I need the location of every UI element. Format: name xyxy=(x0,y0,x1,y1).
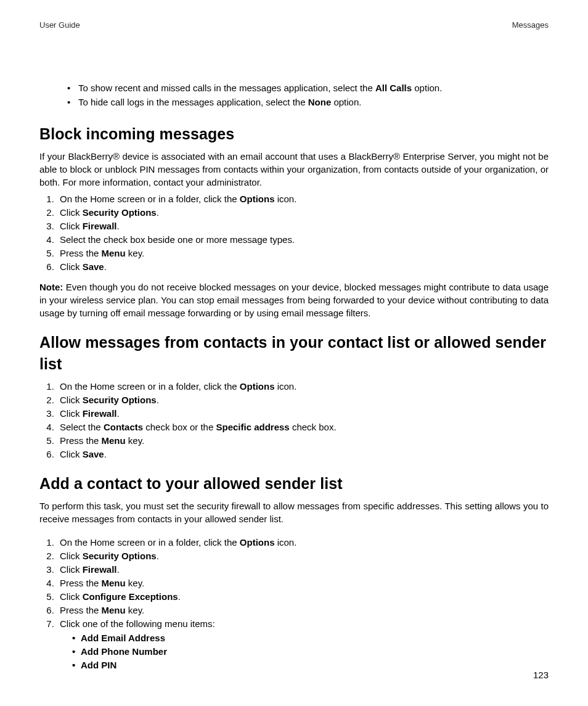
text: Click xyxy=(60,207,83,218)
bold-text: All Calls xyxy=(375,83,412,93)
page-number: 123 xyxy=(533,668,549,681)
header-left: User Guide xyxy=(39,20,80,31)
heading-allow-messages: Allow messages from contacts in your con… xyxy=(39,332,549,375)
text: Click xyxy=(60,221,83,231)
bold-text: Security Options xyxy=(83,207,157,218)
step-item: On the Home screen or in a folder, click… xyxy=(57,380,549,393)
text: Click xyxy=(60,395,83,405)
text: Click one of the following menu items: xyxy=(60,618,215,629)
text: . xyxy=(117,221,120,231)
heading-block-incoming: Block incoming messages xyxy=(39,123,549,145)
step-item: Press the Menu key. xyxy=(57,604,549,617)
running-header: User Guide Messages xyxy=(39,20,549,80)
text: On the Home screen or in a folder, click… xyxy=(60,194,240,204)
text: option. xyxy=(331,97,361,107)
text: Select the check box beside one or more … xyxy=(60,234,295,245)
bold-text: Save xyxy=(83,261,104,272)
bold-text: Menu xyxy=(102,605,126,615)
bold-text: Firewall xyxy=(83,408,117,419)
intro-bullet: To hide call logs in the messages applic… xyxy=(67,96,549,109)
bold-text: Firewall xyxy=(83,564,117,575)
bold-text: Options xyxy=(240,194,275,204)
text: Press the xyxy=(60,578,102,588)
text: On the Home screen or in a folder, click… xyxy=(60,537,240,548)
text: Click xyxy=(60,591,83,602)
sub-bullet: Add PIN xyxy=(72,659,549,671)
text: . xyxy=(104,261,107,272)
step-item: Click Firewall. xyxy=(57,407,549,420)
paragraph: To perform this task, you must set the s… xyxy=(39,499,549,525)
step-item: On the Home screen or in a folder, click… xyxy=(57,192,549,205)
text: option. xyxy=(412,83,442,93)
steps-block: On the Home screen or in a folder, click… xyxy=(39,192,549,273)
text: Press the xyxy=(60,248,102,258)
text: Click xyxy=(60,449,83,459)
text: icon. xyxy=(274,381,296,392)
step-item: Click Save. xyxy=(57,260,549,273)
text: Click xyxy=(60,261,83,272)
text: Click xyxy=(60,408,83,419)
text: check box. xyxy=(290,422,337,432)
note-text: Even though you do not receive blocked m… xyxy=(39,282,549,318)
step-item: Click Security Options. xyxy=(57,393,549,406)
text: . xyxy=(157,551,159,561)
header-right: Messages xyxy=(512,20,549,31)
bold-text: Firewall xyxy=(83,221,117,231)
bold-text: Options xyxy=(240,381,275,392)
text: To show recent and missed calls in the m… xyxy=(78,83,375,93)
steps-allow: On the Home screen or in a folder, click… xyxy=(39,380,549,461)
bold-text: Contacts xyxy=(104,422,143,432)
note: Note: Even though you do not receive blo… xyxy=(39,281,549,319)
bold-text: Configure Exceptions xyxy=(83,591,178,602)
paragraph: If your BlackBerry® device is associated… xyxy=(39,150,549,189)
step-item: Click Configure Exceptions. xyxy=(57,590,549,603)
sub-bullet: Add Email Address xyxy=(72,631,549,644)
bold-text: Security Options xyxy=(83,395,157,405)
step-item: Click one of the following menu items: A… xyxy=(57,617,549,671)
text: key. xyxy=(126,605,145,615)
step-item: Press the Menu key. xyxy=(57,577,549,589)
text: . xyxy=(157,207,159,218)
text: Click xyxy=(60,564,83,575)
intro-bullet: To show recent and missed calls in the m… xyxy=(67,81,549,94)
bold-text: Menu xyxy=(102,435,126,446)
text: key. xyxy=(126,578,145,588)
text: check box or the xyxy=(143,422,216,432)
step-item: Click Firewall. xyxy=(57,563,549,576)
bold-text: Add Phone Number xyxy=(81,646,167,657)
text: On the Home screen or in a folder, click… xyxy=(60,381,240,392)
text: icon. xyxy=(274,537,296,548)
bold-text: Add PIN xyxy=(81,660,116,670)
sub-bullet: Add Phone Number xyxy=(72,645,549,658)
step-item: Click Firewall. xyxy=(57,220,549,232)
bold-text: Security Options xyxy=(83,551,157,561)
step-item: Select the Contacts check box or the Spe… xyxy=(57,421,549,433)
text: Press the xyxy=(60,605,102,615)
text: . xyxy=(104,449,107,459)
sub-bullet-list: Add Email Address Add Phone Number Add P… xyxy=(72,631,549,671)
intro-bullet-list: To show recent and missed calls in the m… xyxy=(67,81,549,109)
text: Click xyxy=(60,551,83,561)
text: . xyxy=(178,591,181,602)
bold-text: Specific address xyxy=(216,422,289,432)
text: . xyxy=(117,564,120,575)
bold-text: Menu xyxy=(102,578,126,588)
text: Select the xyxy=(60,422,104,432)
step-item: Click Security Options. xyxy=(57,549,549,562)
bold-text: Save xyxy=(83,449,104,459)
step-item: Click Save. xyxy=(57,448,549,461)
bold-text: Menu xyxy=(102,248,126,258)
heading-add-contact: Add a contact to your allowed sender lis… xyxy=(39,473,549,495)
step-item: Press the Menu key. xyxy=(57,247,549,260)
steps-add: On the Home screen or in a folder, click… xyxy=(39,536,549,671)
text: . xyxy=(117,408,120,419)
bold-text: Options xyxy=(240,537,275,548)
text: . xyxy=(157,395,159,405)
text: Press the xyxy=(60,435,102,446)
page: User Guide Messages To show recent and m… xyxy=(0,0,588,702)
text: icon. xyxy=(274,194,296,204)
step-item: On the Home screen or in a folder, click… xyxy=(57,536,549,549)
step-item: Select the check box beside one or more … xyxy=(57,233,549,246)
text: key. xyxy=(126,435,145,446)
note-label: Note: xyxy=(39,282,63,292)
